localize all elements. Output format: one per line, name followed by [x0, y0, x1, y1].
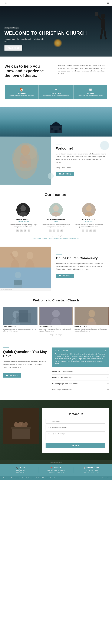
faq-right-panel: What do I need? ▲ Answer: Lorem ipsum do…: [52, 348, 109, 393]
svg-rect-10: [55, 130, 57, 133]
footer-call-col: 📞 CALL US 1(234) 567-891 1(234) 987-234: [3, 467, 38, 473]
svg-line-5: [104, 29, 106, 38]
hero-read-more-button[interactable]: READ MORE: [4, 46, 22, 50]
leader-2-social: f 𝕏 ◎ in: [41, 230, 71, 232]
intro-cards: 🏠 THE CHURCH Excepteur sint, occaecat cu…: [4, 85, 108, 99]
phone-icon: 📞: [16, 467, 18, 468]
church-card-img-2: [39, 307, 73, 325]
church-cards-grid: Camp & Worship Excepteur sint occaecat c…: [3, 307, 109, 332]
instagram-icon-1[interactable]: ◎: [24, 230, 26, 232]
community-image-bottom: [0, 268, 51, 288]
cross-icon: ✝: [41, 88, 71, 92]
bible-icon: 📖: [75, 88, 106, 92]
svg-rect-24: [0, 246, 51, 268]
community-image-top: [0, 246, 51, 268]
linkedin-icon-2[interactable]: in: [60, 230, 63, 232]
twitter-icon-2[interactable]: 𝕏: [53, 230, 55, 232]
bottom-bar-right: Made with ♥: [102, 477, 109, 479]
church-card-3-desc: Excepteur sint occaecat cupidatat non pr…: [75, 328, 109, 332]
faq-question-4: What are your office hours?: [52, 389, 72, 391]
leader-1-role: Founder / Pastor: [8, 221, 38, 222]
footer-hours-line1: Mon - Fri: 9 am - 6 pm: [74, 469, 109, 471]
welcome-para1: Elit ut aliquam purus sit amet lectus ve…: [56, 152, 107, 164]
contact-message-input[interactable]: [46, 432, 105, 440]
contact-submit-button[interactable]: Submit: [46, 443, 105, 448]
instagram-icon-2[interactable]: ◎: [57, 230, 59, 232]
leader-3-name: BOB HUDSON: [74, 218, 104, 220]
svg-point-16: [21, 145, 30, 156]
nav: logo ☰: [0, 0, 112, 6]
svg-point-23: [86, 205, 92, 211]
footer-hours-title: 🕐 WORKING HOURS: [74, 467, 109, 468]
faq-featured-answer: Answer: Lorem ipsum dolor sit amet, cons…: [55, 353, 106, 365]
facebook-icon-2[interactable]: f: [49, 230, 52, 232]
leader-2-role: Pastor: [41, 221, 71, 222]
faq-para: Donec erat vitae sollicitudinp in dicam …: [3, 360, 48, 369]
bottom-bar: Sample text. Click to select the Text to…: [0, 476, 112, 480]
faq-item-4[interactable]: What are your office hours? ▼: [52, 387, 109, 393]
faq-left-panel: Quick Questions You May Have Donec erat …: [3, 348, 48, 393]
faq-learn-more-button[interactable]: LEARN MORE: [3, 373, 21, 378]
facebook-icon-3[interactable]: f: [82, 230, 84, 232]
intro-card-church: 🏠 THE CHURCH Excepteur sint, occaecat cu…: [5, 85, 38, 99]
church-silhouette: [47, 121, 65, 134]
footer-hours-line2: Sat - Sun: 10 am - 8 pm: [74, 471, 109, 473]
leader-2-desc: Dlas aute irure dolor in tempor ut magna…: [41, 224, 71, 228]
facebook-icon-1[interactable]: f: [16, 230, 19, 232]
svg-point-21: [53, 205, 59, 211]
leaders-source: Images from Freepik: [3, 235, 109, 237]
leader-1-desc: Dlas aute irure dolor in tempor ut magna…: [8, 224, 38, 228]
hero-description: Duis aute irure dolor in reprehenderit i…: [4, 38, 46, 43]
landscape-banner: [0, 106, 112, 136]
intro-card-bible: 📖 THE BIBLE Excepteur sint, occaecat cup…: [74, 85, 107, 99]
faq-question-1: Where can I park on campus?: [52, 370, 74, 372]
footer-location-line2: New York, NY 92103-9000: [38, 471, 74, 473]
contact-email-input[interactable]: [46, 425, 105, 430]
church-card-img-1: [3, 307, 37, 325]
church-card-1: Camp & Worship Excepteur sint occaecat c…: [3, 307, 37, 332]
faq-featured-question: What do I need? ▲: [55, 350, 106, 352]
faq-item-1[interactable]: Where can I park on campus? ▼: [52, 368, 109, 374]
chevron-down-icon-1: ▼: [107, 370, 109, 372]
twitter-icon-3[interactable]: 𝕏: [86, 230, 88, 232]
chevron-down-icon-4: ▼: [107, 388, 109, 391]
community-learn-more-button[interactable]: LEARN MORE: [56, 274, 74, 278]
community-right-panel: Online Church Community Tincidunt arcu n…: [51, 246, 112, 291]
church-card-img-3: [75, 307, 109, 325]
church-card-2-label: Sunday Worship: [39, 326, 73, 328]
linkedin-icon-1[interactable]: in: [28, 230, 30, 232]
footer-location-col: 📍 LOCATION 121 Rock Street, 21 Avenue, N…: [38, 467, 74, 473]
instagram-icon-3[interactable]: ◎: [90, 230, 92, 232]
church-icon: 🏠: [6, 88, 37, 92]
svg-point-14: [12, 144, 39, 171]
card-church-title: THE CHURCH: [6, 93, 37, 94]
svg-rect-3: [95, 12, 98, 16]
faq-item-2[interactable]: Where do I go for worship? ▼: [52, 374, 109, 381]
welcome-learn-more-button[interactable]: LEARN MORE: [56, 172, 74, 176]
location-icon: 📍: [51, 467, 53, 468]
card-bible-desc: Excepteur sint, occaecat cupidatat non p…: [75, 95, 106, 96]
contact-heading: Contact Us: [46, 412, 105, 416]
leader-1-social: f 𝕏 ◎ in: [8, 230, 38, 232]
leaders-grid: ADAM JONSON Founder / Pastor Dlas aute i…: [3, 203, 109, 232]
intro-paragraph: Duis aute irure dolor in reprehenderit i…: [58, 64, 108, 75]
card-mission-title: OUR MISSION: [41, 93, 71, 94]
footer-call-line1: 1(234) 567-891: [3, 469, 38, 471]
leader-avatar-3: [82, 203, 96, 216]
svg-point-36: [52, 310, 60, 318]
footer-hours-col: 🕐 WORKING HOURS Mon - Fri: 9 am - 6 pm S…: [74, 467, 109, 473]
hero-section: Image from Freepik WELCOME TO CHRISTIAN …: [0, 6, 112, 56]
hamburger-icon[interactable]: ☰: [107, 1, 109, 4]
faq-item-3[interactable]: Do small groups meet on Sundays? ▼: [52, 381, 109, 387]
logo: logo: [3, 2, 7, 4]
svg-line-4: [101, 29, 103, 38]
community-source-tag: Images from Freepik: [0, 288, 51, 291]
welcome-source-tag: Images from Freepik: [56, 166, 107, 169]
twitter-icon-1[interactable]: 𝕏: [20, 230, 22, 232]
contact-name-input[interactable]: [46, 419, 105, 424]
leaders-url: https://assets.imgix.com/docs/src/class/…: [3, 238, 109, 239]
contact-section: Contact Us Submit: [0, 400, 112, 460]
faq-section: Quick Questions You May Have Donec erat …: [0, 340, 112, 400]
linkedin-icon-3[interactable]: in: [93, 230, 96, 232]
church-source-tag: Images from Freepik: [3, 334, 109, 336]
